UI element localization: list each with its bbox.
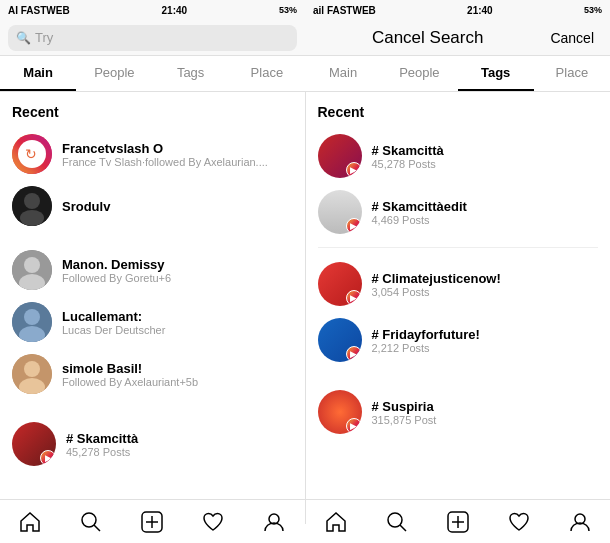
right-bottom-nav xyxy=(306,500,611,543)
svg-point-21 xyxy=(388,513,402,527)
left-status-bar: AI FASTWEB 21:40 53% xyxy=(0,0,305,20)
list-item[interactable]: ▶ # Fridayforfuture! 2,212 Posts xyxy=(306,312,611,368)
instagram-badge: ▶ xyxy=(346,290,362,306)
search-bars: 🔍 Try Cancel Search Cancel xyxy=(0,20,610,56)
tag-count: 4,469 Posts xyxy=(372,214,599,226)
cancel-button[interactable]: Cancel xyxy=(542,30,602,46)
profile-icon-right[interactable] xyxy=(568,510,592,534)
avatar: ▶ xyxy=(318,390,362,434)
list-item[interactable]: ▶ # Skamcittà 45,278 Posts xyxy=(0,416,305,472)
right-panel: Recent ▶ # Skamcittà 45,278 Posts ▶ # Sk… xyxy=(306,92,611,499)
avatar: ▶ xyxy=(12,422,56,466)
heart-icon[interactable] xyxy=(201,510,225,534)
bottom-navs xyxy=(0,499,610,543)
home-icon[interactable] xyxy=(18,510,42,534)
left-recent-title: Recent xyxy=(0,100,305,128)
svg-point-7 xyxy=(24,257,40,273)
user-sub: Followed By Goretu+6 xyxy=(62,272,293,284)
left-search-box[interactable]: 🔍 Try xyxy=(8,25,297,51)
right-time: 21:40 xyxy=(467,5,493,16)
user-name: Srodulv xyxy=(62,199,293,214)
user-name: Lucallemant: xyxy=(62,309,293,324)
left-time: 21:40 xyxy=(162,5,188,16)
tabs-row: Main People Tags Place Main People Tags … xyxy=(0,56,610,92)
avatar: ▶ xyxy=(318,318,362,362)
instagram-badge: ▶ xyxy=(346,162,362,178)
cancel-search-label: Cancel Search xyxy=(313,28,542,48)
list-item[interactable]: ▶ # Suspiria 315,875 Post xyxy=(306,384,611,440)
list-item[interactable]: ▶ # Skamcittà 45,278 Posts xyxy=(306,128,611,184)
tag-count: 2,212 Posts xyxy=(372,342,599,354)
list-item[interactable]: ▶ # Skamcittàedit 4,469 Posts xyxy=(306,184,611,240)
list-item[interactable]: Srodulv xyxy=(0,180,305,232)
avatar: ↻ xyxy=(12,134,52,174)
user-info: Francetvslash O France Tv Slash·followed… xyxy=(62,141,293,168)
tag-info: # Skamcittà 45,278 Posts xyxy=(372,143,599,170)
right-battery: 53% xyxy=(584,5,602,15)
tag-count: 3,054 Posts xyxy=(372,286,599,298)
svg-point-5 xyxy=(20,210,44,226)
tag-info: # Skamcittàedit 4,469 Posts xyxy=(372,199,599,226)
avatar xyxy=(12,250,52,290)
right-recent-title: Recent xyxy=(306,100,611,128)
tag-name: # Climatejusticenow! xyxy=(372,271,599,286)
user-info: Manon. Demissy Followed By Goretu+6 xyxy=(62,257,293,284)
svg-point-15 xyxy=(82,513,96,527)
left-carrier: AI FASTWEB xyxy=(8,5,70,16)
svg-point-4 xyxy=(24,193,40,209)
left-status-right: 53% xyxy=(279,5,297,15)
tag-count: 45,278 Posts xyxy=(66,446,293,458)
tag-name: # Skamcittàedit xyxy=(372,199,599,214)
user-info: simole Basil! Followed By Axelauriant+5b xyxy=(62,361,293,388)
user-info: Srodulv xyxy=(62,199,293,214)
left-battery: 53% xyxy=(279,5,297,15)
tag-info: # Skamcittà 45,278 Posts xyxy=(66,431,293,458)
tab-right-place[interactable]: Place xyxy=(534,56,610,91)
tab-right-tags[interactable]: Tags xyxy=(458,56,534,91)
right-search-bar: Cancel Search Cancel xyxy=(305,20,610,55)
tag-info: # Climatejusticenow! 3,054 Posts xyxy=(372,271,599,298)
list-item[interactable]: ↻ Francetvslash O France Tv Slash·follow… xyxy=(0,128,305,180)
tab-right-main[interactable]: Main xyxy=(305,56,381,91)
right-status-bar: ail FASTWEB 21:40 53% xyxy=(305,0,610,20)
search-icon[interactable] xyxy=(79,510,103,534)
svg-point-10 xyxy=(24,309,40,325)
search-icon-right[interactable] xyxy=(385,510,409,534)
user-name: Francetvslash O xyxy=(62,141,293,156)
user-sub: France Tv Slash·followed By Axelaurian..… xyxy=(62,156,293,168)
tab-left-people[interactable]: People xyxy=(76,56,152,91)
left-panel: Recent ↻ xyxy=(0,92,306,499)
list-item[interactable]: Lucallemant: Lucas Der Deutscher xyxy=(0,296,305,348)
right-tabs: Main People Tags Place xyxy=(305,56,610,91)
user-sub: Followed By Axelauriant+5b xyxy=(62,376,293,388)
tag-count: 315,875 Post xyxy=(372,414,599,426)
instagram-badge: ▶ xyxy=(346,346,362,362)
home-icon-right[interactable] xyxy=(324,510,348,534)
list-item[interactable]: simole Basil! Followed By Axelauriant+5b xyxy=(0,348,305,400)
left-search-bar: 🔍 Try xyxy=(0,20,305,55)
main-content: Recent ↻ xyxy=(0,92,610,499)
heart-icon-right[interactable] xyxy=(507,510,531,534)
tag-info: # Suspiria 315,875 Post xyxy=(372,399,599,426)
user-info: Lucallemant: Lucas Der Deutscher xyxy=(62,309,293,336)
add-icon-right[interactable] xyxy=(446,510,470,534)
tab-left-place[interactable]: Place xyxy=(229,56,305,91)
svg-point-1 xyxy=(18,140,46,168)
right-carrier: ail FASTWEB xyxy=(313,5,376,16)
search-icon: 🔍 xyxy=(16,31,31,45)
tab-right-people[interactable]: People xyxy=(381,56,457,91)
avatar xyxy=(12,302,52,342)
avatar xyxy=(12,354,52,394)
status-bars: AI FASTWEB 21:40 53% ail FASTWEB 21:40 5… xyxy=(0,0,610,20)
list-item[interactable]: ▶ # Climatejusticenow! 3,054 Posts xyxy=(306,256,611,312)
avatar: ▶ xyxy=(318,190,362,234)
add-icon[interactable] xyxy=(140,510,164,534)
profile-icon[interactable] xyxy=(262,510,286,534)
tab-left-main[interactable]: Main xyxy=(0,56,76,91)
avatar: ▶ xyxy=(318,262,362,306)
svg-point-13 xyxy=(24,361,40,377)
tag-name: # Skamcittà xyxy=(372,143,599,158)
avatar xyxy=(12,186,52,226)
list-item[interactable]: Manon. Demissy Followed By Goretu+6 xyxy=(0,244,305,296)
tab-left-tags[interactable]: Tags xyxy=(153,56,229,91)
